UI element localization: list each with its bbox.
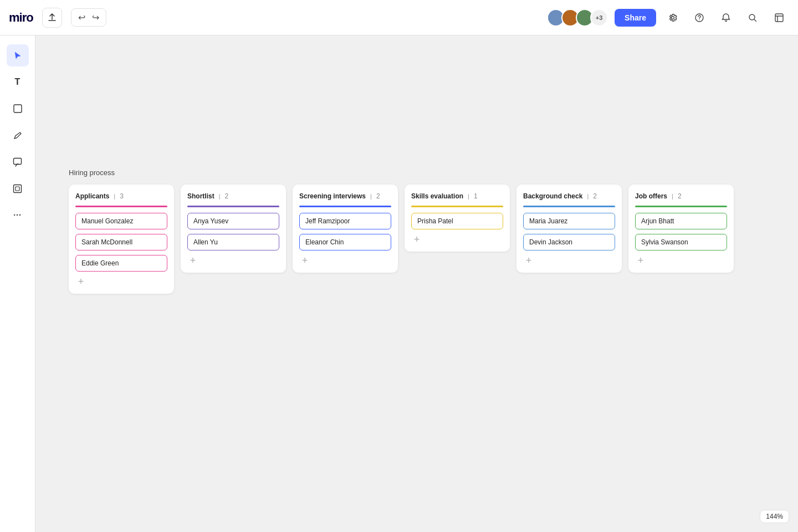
topbar: miro ↩ ↪ +3 Share [0, 0, 798, 35]
col-header-skills: Skills evaluation|1 [411, 192, 503, 200]
tool-pen[interactable] [7, 124, 29, 146]
kanban-column-background: Background check|2Maria JuarezDevin Jack… [516, 185, 622, 273]
col-title-shortlist: Shortlist [187, 192, 214, 200]
svg-point-1 [699, 19, 699, 20]
col-line-job-offers [635, 206, 727, 207]
tool-text[interactable]: T [7, 71, 29, 93]
topbar-right: +3 Share [547, 8, 789, 28]
tool-more[interactable]: ··· [7, 204, 29, 226]
col-header-screening: Screening interviews|2 [299, 192, 391, 200]
kanban-card[interactable]: Eddie Green [75, 255, 167, 272]
add-card-button-background[interactable]: + [523, 255, 534, 266]
col-title-job-offers: Job offers [635, 192, 667, 200]
svg-rect-3 [775, 14, 783, 22]
col-title-screening: Screening interviews [299, 192, 366, 200]
col-count-screening: 2 [376, 192, 380, 200]
col-title-background: Background check [523, 192, 582, 200]
col-line-shortlist [187, 206, 279, 207]
kanban-card[interactable]: Manuel Gonzalez [75, 213, 167, 229]
col-sep-background: | [587, 193, 589, 200]
kanban-card[interactable]: Anya Yusev [187, 213, 279, 229]
board-title: Hiring process [69, 168, 734, 177]
col-header-applicants: Applicants|3 [75, 192, 167, 200]
col-sep-screening: | [370, 193, 372, 200]
kanban-board: Applicants|3Manuel GonzalezSarah McDonne… [69, 185, 734, 294]
kanban-column-skills: Skills evaluation|1Prisha Patel+ [405, 185, 510, 252]
col-count-job-offers: 2 [678, 192, 682, 200]
col-count-background: 2 [593, 192, 597, 200]
kanban-card[interactable]: Sarah McDonnell [75, 234, 167, 250]
col-line-skills [411, 206, 503, 207]
svg-rect-5 [14, 158, 22, 164]
tool-sticky[interactable] [7, 98, 29, 120]
col-header-job-offers: Job offers|2 [635, 192, 727, 200]
add-card-button-job-offers[interactable]: + [635, 255, 646, 266]
avatar-group: +3 [547, 9, 608, 27]
add-card-button-screening[interactable]: + [299, 255, 310, 266]
kanban-card[interactable]: Jeff Ramzipoor [299, 213, 391, 229]
col-count-skills: 1 [474, 192, 478, 200]
canvas: Hiring process Applicants|3Manuel Gonzal… [35, 35, 798, 532]
svg-point-2 [749, 14, 755, 20]
avatar-count: +3 [590, 9, 608, 27]
col-count-applicants: 3 [120, 192, 124, 200]
add-card-button-applicants[interactable]: + [75, 276, 86, 287]
col-title-skills: Skills evaluation [411, 192, 463, 200]
sidebar: T ··· [0, 35, 35, 532]
board-content: Hiring process Applicants|3Manuel Gonzal… [69, 168, 734, 294]
undo-button[interactable]: ↩ [76, 11, 88, 24]
col-line-screening [299, 206, 391, 207]
col-title-applicants: Applicants [75, 192, 109, 200]
col-sep-job-offers: | [672, 193, 673, 200]
topbar-left: miro ↩ ↪ [9, 8, 106, 28]
svg-rect-4 [14, 105, 22, 112]
col-line-applicants [75, 206, 167, 207]
add-card-button-shortlist[interactable]: + [187, 255, 198, 266]
logo: miro [9, 11, 33, 25]
panel-icon[interactable] [769, 8, 789, 28]
kanban-card[interactable]: Arjun Bhatt [635, 213, 727, 229]
col-sep-shortlist: | [219, 193, 221, 200]
notification-icon[interactable] [716, 8, 736, 28]
kanban-card[interactable]: Prisha Patel [411, 213, 503, 229]
redo-button[interactable]: ↪ [90, 11, 101, 24]
zoom-indicator: 144% [760, 510, 789, 523]
add-card-button-skills[interactable]: + [411, 234, 422, 245]
kanban-card[interactable]: Maria Juarez [523, 213, 615, 229]
kanban-card[interactable]: Eleanor Chin [299, 234, 391, 250]
tool-frame[interactable] [7, 177, 29, 200]
col-sep-skills: | [468, 193, 469, 200]
col-count-shortlist: 2 [225, 192, 229, 200]
upload-button[interactable] [42, 8, 62, 28]
share-button[interactable]: Share [615, 9, 656, 27]
col-header-background: Background check|2 [523, 192, 615, 200]
col-header-shortlist: Shortlist|2 [187, 192, 279, 200]
kanban-card[interactable]: Devin Jackson [523, 234, 615, 250]
tool-comment[interactable] [7, 151, 29, 173]
kanban-column-screening: Screening interviews|2Jeff RamzipoorElea… [293, 185, 398, 273]
svg-rect-6 [14, 185, 22, 192]
col-line-background [523, 206, 615, 207]
undo-redo-group: ↩ ↪ [71, 8, 106, 27]
help-icon[interactable] [689, 8, 709, 28]
kanban-column-shortlist: Shortlist|2Anya YusevAllen Yu+ [181, 185, 286, 273]
search-icon[interactable] [743, 8, 763, 28]
kanban-card[interactable]: Allen Yu [187, 234, 279, 250]
tool-cursor[interactable] [7, 44, 29, 66]
svg-rect-7 [16, 187, 19, 191]
kanban-column-applicants: Applicants|3Manuel GonzalezSarah McDonne… [69, 185, 174, 294]
col-sep-applicants: | [114, 193, 115, 200]
kanban-column-job-offers: Job offers|2Arjun BhattSylvia Swanson+ [628, 185, 734, 273]
kanban-card[interactable]: Sylvia Swanson [635, 234, 727, 250]
settings-icon[interactable] [663, 8, 683, 28]
